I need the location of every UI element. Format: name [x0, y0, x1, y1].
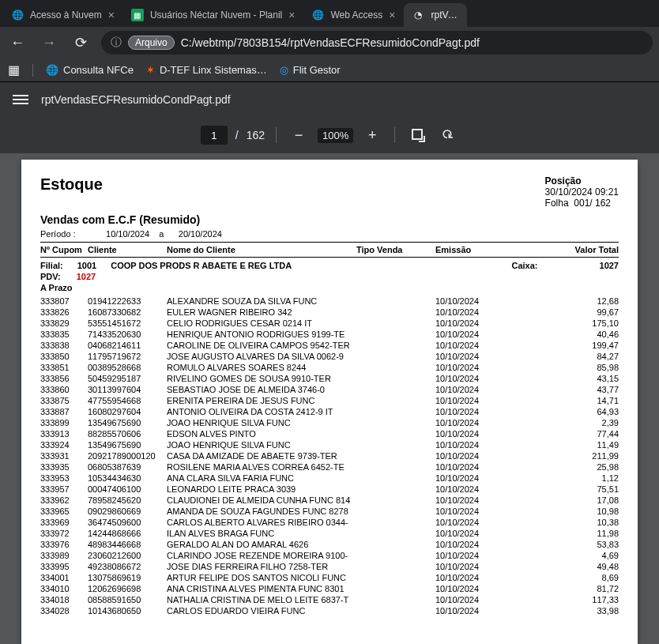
cell-emissao: 10/10/2024 [435, 307, 514, 318]
bookmark-flit-gestor[interactable]: ◎ Flit Gestor [280, 64, 341, 76]
table-row: 33402810143680650CARLOS EDUARDO VIEIRA F… [40, 605, 619, 616]
cell-emissao: 10/10/2024 [435, 528, 514, 539]
cell-cliente: 01941222633 [88, 296, 167, 307]
cell-tipo [356, 572, 435, 583]
cell-emissao: 10/10/2024 [435, 605, 514, 616]
cell-valor: 17,08 [514, 495, 619, 506]
cell-emissao: 10/10/2024 [435, 318, 514, 329]
cell-cliente: 16080297604 [88, 406, 167, 417]
close-icon[interactable]: × [288, 9, 295, 21]
cell-cliente: 14244868666 [88, 528, 167, 539]
cell-valor: 43,77 [514, 384, 619, 395]
cell-nome: EDSON ALVES PINTO [167, 428, 356, 439]
cell-valor: 11,98 [514, 528, 619, 539]
posicao-value: 30/10/2024 09:21 [545, 186, 619, 198]
table-row: 33385011795719672JOSE AUGUSTO ALVARES DA… [40, 351, 619, 362]
zoom-in-button[interactable]: + [361, 127, 383, 144]
column-headers: Nº Cupom Cliente Nome do Cliente Tipo Ve… [40, 242, 619, 258]
globe-icon: 🌐 [311, 9, 324, 21]
cell-nome: HENRIQUE ANTONIO RODRIGUES 9199-TE [167, 329, 356, 340]
table-row: 33387547755954668ERENITA PEREIRA DE JESU… [40, 395, 619, 406]
cell-cliente: 30113997604 [88, 384, 167, 395]
arc-icon: ◔ [412, 9, 424, 21]
cell-cliente: 36474509600 [88, 517, 167, 528]
cell-cliente: 08588591650 [88, 594, 167, 605]
zoom-out-button[interactable]: − [288, 127, 310, 144]
cell-valor: 53,83 [514, 539, 619, 550]
ring-icon: ◎ [280, 64, 288, 76]
cell-emissao: 10/10/2024 [435, 561, 514, 572]
posicao-label: Posição [545, 175, 619, 186]
apps-button[interactable]: ▦ [8, 62, 20, 77]
cell-valor: 84,27 [514, 351, 619, 362]
spark-icon: ✶ [146, 64, 155, 76]
bookmark-label: Flit Gestor [293, 64, 341, 76]
periodo-label: Período : [40, 229, 104, 239]
cell-nome: SEBASTIAO JOSE DE ALMEIDA 3746-0 [167, 384, 356, 395]
cell-cupom: 333953 [40, 473, 88, 484]
cell-nome: NATHALIA CRISTINA DE MELO LEITE 6837-T [167, 594, 356, 605]
bookmark-dtef-linx[interactable]: ✶ D-TEF Linx Sistemas… [146, 64, 267, 76]
cell-cupom: 333962 [40, 495, 88, 506]
divider [394, 127, 395, 143]
close-icon[interactable]: × [108, 9, 115, 21]
cell-nome: CLAUDIONEI DE ALMEIDA CUNHA FUNC 814 [167, 495, 356, 506]
url-field[interactable]: ⓘ Arquivo C:/webtmp/7803B154/rptVendasEC… [101, 31, 653, 55]
cell-cupom: 333969 [40, 517, 88, 528]
cell-cliente: 13549675690 [88, 417, 167, 428]
tab-rptvenda[interactable]: ◔ rptVenda [404, 3, 467, 27]
table-row: 33397648983446668GERALDO ALAN DO AMARAL … [40, 539, 619, 550]
cell-emissao: 10/10/2024 [435, 484, 514, 495]
periodo-to: 20/10/2024 [179, 229, 222, 239]
cell-emissao: 10/10/2024 [435, 539, 514, 550]
cell-nome: CLARINDO JOSE REZENDE MOREIRA 9100- [167, 550, 356, 561]
tab-title: Acesso à Nuvem [30, 9, 102, 21]
cell-cliente: 09029860669 [88, 506, 167, 517]
bookmark-consulta-nfce[interactable]: 🌐 Consulta NFCe [46, 64, 134, 76]
filial-nome: COOP DOS PRODS R ABAETE E REG LTDA [111, 261, 292, 270]
forward-button[interactable]: → [38, 35, 60, 51]
cell-tipo [356, 517, 435, 528]
cell-valor: 175,10 [514, 318, 619, 329]
cell-nome: GERALDO ALAN DO AMARAL 4626 [167, 539, 356, 550]
period-row: Período : 10/10/2024 a 20/10/2024 [40, 229, 619, 239]
tab-web-access[interactable]: 🌐 Web Access × [303, 3, 403, 27]
cell-tipo [356, 605, 435, 616]
cell-valor: 1,12 [514, 473, 619, 484]
rotate-button[interactable]: ⟳ [436, 126, 458, 144]
back-button[interactable]: ← [6, 35, 28, 51]
cell-valor: 117,33 [514, 594, 619, 605]
cell-emissao: 10/10/2024 [435, 329, 514, 340]
cell-emissao: 10/10/2024 [435, 594, 514, 605]
cell-cliente: 10143680650 [88, 605, 167, 616]
pdf-viewport[interactable]: Estoque Posição 30/10/2024 09:21 Folha 0… [0, 153, 659, 644]
tab-usuarios-nectar[interactable]: ▦ Usuários Néctar Nuvem - Planil × [123, 3, 303, 27]
pdv-value: 1027 [77, 272, 96, 281]
menu-icon[interactable] [13, 95, 28, 104]
table-row: 33382953551451672CELIO RODRIGUES CESAR 0… [40, 318, 619, 329]
cell-tipo [356, 417, 435, 428]
cell-cliente: 23060212600 [88, 550, 167, 561]
cell-cliente: 13549675690 [88, 439, 167, 450]
cell-emissao: 10/10/2024 [435, 373, 514, 384]
cell-cliente: 16087330682 [88, 307, 167, 318]
table-row: 33393120921789000120CASA DA AMIZADE DE A… [40, 450, 619, 461]
page-number-input[interactable] [201, 126, 228, 145]
tab-acesso-nuvem[interactable]: 🌐 Acesso à Nuvem × [3, 3, 122, 27]
cell-nome: ALEXANDRE SOUZA DA SILVA FUNC [167, 296, 356, 307]
cell-cliente: 00389528668 [88, 362, 167, 373]
cell-tipo [356, 373, 435, 384]
cell-emissao: 10/10/2024 [435, 473, 514, 484]
col-tipo: Tipo Venda [356, 245, 435, 254]
cell-tipo [356, 329, 435, 340]
close-icon[interactable]: × [389, 9, 395, 21]
fit-page-button[interactable] [406, 127, 428, 144]
cell-cupom: 333838 [40, 340, 88, 351]
fit-page-icon [412, 129, 423, 140]
cell-emissao: 10/10/2024 [435, 417, 514, 428]
filial-row: Filial: 1001 COOP DOS PRODS R ABAETE E R… [40, 258, 619, 272]
reload-button[interactable]: ⟳ [70, 34, 92, 51]
cell-emissao: 10/10/2024 [435, 340, 514, 351]
divider [276, 127, 277, 143]
cell-cliente: 50459295187 [88, 373, 167, 384]
